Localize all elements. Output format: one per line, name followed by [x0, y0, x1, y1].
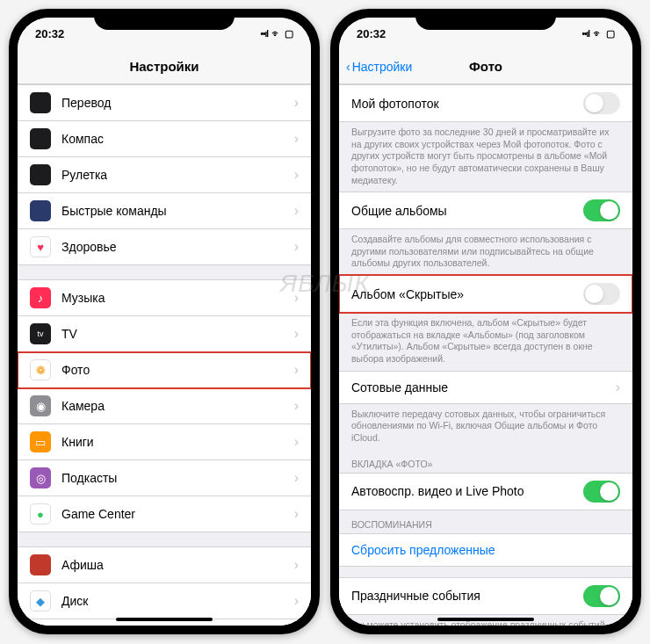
status-time: 20:32	[357, 27, 386, 40]
settings-row[interactable]: Быстрые команды›	[18, 193, 311, 229]
footer-text: Создавайте альбомы для совместного испол…	[339, 229, 632, 275]
home-indicator[interactable]	[116, 618, 213, 621]
settings-row[interactable]: ♪Музыка›	[18, 279, 311, 316]
row-hidden-album[interactable]: Альбом «Скрытые»	[339, 275, 632, 313]
row-label: TV	[61, 327, 294, 341]
row-holiday-events[interactable]: Праздничные события	[339, 577, 632, 615]
chevron-right-icon: ›	[294, 557, 299, 573]
row-label: Быстрые команды	[61, 204, 294, 218]
row-reset-suggested[interactable]: Сбросить предложенные	[339, 533, 632, 567]
row-cellular-data[interactable]: Сотовые данные ›	[339, 371, 632, 404]
page-title: Настройки	[129, 59, 199, 74]
home-indicator[interactable]	[437, 618, 534, 621]
row-label: Game Center	[61, 507, 294, 521]
phone-left: 20:32 ••ıl ᯤ ▢ Настройки Перевод›Компас›…	[9, 9, 320, 634]
nav-bar: ‹ Настройки Фото	[339, 49, 632, 84]
chevron-right-icon: ›	[616, 380, 620, 395]
settings-row[interactable]: ●Game Center›	[18, 496, 311, 532]
chevron-right-icon: ›	[294, 95, 299, 111]
toggle-photostream[interactable]	[583, 92, 620, 114]
app-icon	[30, 128, 51, 149]
toggle-shared-albums[interactable]	[583, 199, 620, 221]
notch	[94, 9, 235, 30]
app-icon: ◎	[30, 467, 51, 488]
row-label: Сотовые данные	[351, 380, 616, 394]
toggle-autoplay[interactable]	[583, 481, 620, 503]
settings-row[interactable]: ◉Камера›	[18, 388, 311, 424]
row-label: Автовоспр. видео и Live Photo	[351, 484, 583, 498]
row-label: Подкасты	[61, 471, 294, 485]
nav-bar: Настройки	[18, 49, 311, 84]
page-title: Фото	[469, 59, 502, 74]
section-header: ВОСПОМИНАНИЯ	[339, 510, 632, 533]
footer-text: Выключите передачу сотовых данных, чтобы…	[339, 404, 632, 450]
chevron-left-icon: ‹	[346, 60, 350, 74]
chevron-right-icon: ›	[294, 362, 299, 378]
chevron-right-icon: ›	[294, 398, 299, 414]
settings-list[interactable]: Перевод›Компас›Рулетка›Быстрые команды›♥…	[18, 84, 311, 626]
app-icon: ❁	[30, 359, 51, 380]
settings-row[interactable]: ♥Здоровье›	[18, 229, 311, 265]
photos-settings[interactable]: Мой фотопоток Выгрузите фото за последни…	[339, 84, 632, 626]
settings-row[interactable]: Афиша›	[18, 546, 311, 583]
chevron-right-icon: ›	[294, 167, 299, 183]
notch	[415, 9, 556, 30]
settings-row[interactable]: Рулетка›	[18, 157, 311, 193]
chevron-right-icon: ›	[294, 593, 299, 609]
chevron-right-icon: ›	[294, 434, 299, 450]
wifi-icon: ᯤ	[271, 28, 281, 39]
row-label: Сбросить предложенные	[351, 543, 620, 557]
chevron-right-icon: ›	[294, 506, 299, 522]
chevron-right-icon: ›	[294, 326, 299, 342]
battery-icon: ▢	[285, 28, 293, 40]
toggle-hidden-album[interactable]	[583, 283, 620, 305]
section-header: ВКЛАДКА «ФОТО»	[339, 450, 632, 473]
signal-icon: ••ıl	[581, 29, 589, 39]
app-icon	[30, 92, 51, 113]
chevron-right-icon: ›	[294, 470, 299, 486]
settings-row[interactable]: Перевод›	[18, 84, 311, 121]
chevron-right-icon: ›	[294, 239, 299, 255]
app-icon: ▭	[30, 431, 51, 452]
settings-row[interactable]: ❁Фото›	[18, 352, 311, 388]
row-label: Музыка	[61, 291, 294, 305]
phone-right: 20:32 ••ıl ᯤ ▢ ‹ Настройки Фото Мой фото…	[330, 9, 641, 634]
battery-icon: ▢	[606, 28, 615, 40]
app-icon: ●	[30, 503, 51, 525]
back-button[interactable]: ‹ Настройки	[346, 60, 412, 74]
app-icon: ♥	[30, 236, 51, 257]
app-icon: ◉	[30, 395, 51, 416]
row-label: Здоровье	[61, 240, 294, 254]
back-label: Настройки	[352, 60, 413, 74]
row-label: Фото	[61, 363, 294, 377]
row-label: Компас	[61, 132, 294, 146]
signal-icon: ••ıl	[260, 29, 268, 39]
row-label: Перевод	[61, 96, 294, 110]
settings-row[interactable]: tvTV›	[18, 316, 311, 352]
row-label: Диск	[61, 594, 294, 608]
chevron-right-icon: ›	[294, 290, 299, 306]
chevron-right-icon: ›	[294, 131, 299, 147]
chevron-right-icon: ›	[294, 203, 299, 219]
footer-text: Выгрузите фото за последние 30 дней и пр…	[339, 122, 632, 192]
app-icon: tv	[30, 323, 51, 344]
toggle-holiday[interactable]	[583, 585, 620, 607]
footer-text: Если эта функция включена, альбом «Скрыт…	[339, 313, 632, 371]
row-label: Книги	[61, 435, 294, 449]
row-autoplay[interactable]: Автовоспр. видео и Live Photo	[339, 473, 632, 510]
app-icon: ◆	[30, 590, 51, 611]
settings-row[interactable]: Компас›	[18, 121, 311, 157]
settings-row[interactable]: ◆Диск›	[18, 583, 311, 619]
app-icon: ♪	[30, 287, 51, 308]
row-label: Афиша	[61, 558, 294, 572]
row-label: Рулетка	[61, 168, 294, 182]
row-label: Камера	[61, 399, 294, 413]
row-label: Общие альбомы	[351, 204, 583, 218]
app-icon	[30, 200, 51, 221]
row-shared-albums[interactable]: Общие альбомы	[339, 192, 632, 229]
settings-row[interactable]: ◎Подкасты›	[18, 460, 311, 496]
row-my-photostream[interactable]: Мой фотопоток	[339, 84, 632, 122]
row-label: Альбом «Скрытые»	[351, 287, 583, 301]
settings-row[interactable]: ▭Книги›	[18, 424, 311, 460]
app-icon	[30, 164, 51, 185]
